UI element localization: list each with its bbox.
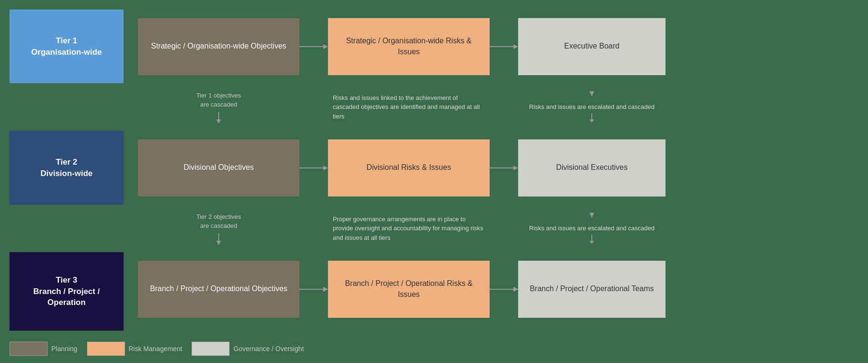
svg-marker-21 — [323, 287, 328, 292]
tier2-risks-box: Divisional Risks & Issues — [328, 139, 490, 196]
tier1-governance-label: Executive Board — [564, 41, 620, 51]
svg-marker-9 — [589, 119, 594, 123]
row-tier2: Divisional Objectives Divisional Risks &… — [138, 131, 858, 205]
tier-column: Tier 1 Organisation-wide Tier 2 Division… — [10, 10, 124, 331]
tier1-label-line2: Organisation-wide — [31, 47, 102, 58]
cascade-23-objectives: Tier 2 objectives are cascaded — [138, 205, 299, 252]
tier3-objectives-box: Branch / Project / Operational Objective… — [138, 261, 299, 318]
risk-swatch — [87, 342, 125, 356]
tier3-box: Tier 3 Branch / Project / Operation — [10, 252, 124, 331]
tier2-governance-label: Divisional Executives — [556, 162, 627, 173]
legend-risk-management: Risk Management — [87, 342, 183, 356]
cascade-12-text-line1: Tier 1 objectives — [196, 91, 241, 100]
tier1-label-line1: Tier 1 — [31, 35, 102, 47]
arrow-risk-gov-2 — [490, 163, 518, 173]
legend-planning: Planning — [10, 342, 77, 356]
tier2-box: Tier 2 Division-wide — [10, 131, 124, 205]
arrow-obj-risk-2 — [299, 163, 328, 173]
main-container: Tier 1 Organisation-wide Tier 2 Division… — [0, 0, 868, 363]
mid-text-23-label: Proper governance arrangements are in pl… — [333, 215, 485, 243]
svg-marker-15 — [216, 241, 221, 245]
svg-marker-19 — [589, 241, 594, 244]
cascade-23-text-line2: are cascaded — [200, 221, 237, 231]
mid-text-23: Proper governance arrangements are in pl… — [328, 205, 490, 252]
tier3-risks-label: Branch / Project / Operational Risks & I… — [335, 278, 482, 300]
mid-text-12: Risks and issues linked to the achieveme… — [328, 83, 490, 131]
svg-marker-13 — [513, 166, 518, 170]
risk-label: Risk Management — [129, 345, 183, 353]
svg-marker-11 — [323, 166, 328, 170]
cascade-23-text-line1: Tier 2 objectives — [196, 212, 241, 222]
svg-marker-23 — [513, 287, 518, 292]
governance-swatch — [192, 342, 230, 356]
arrow-obj-risk-1 — [299, 42, 328, 51]
mid-text-12-label: Risks and issues linked to the achieveme… — [333, 93, 485, 121]
between-rows-1-2: Tier 1 objectives are cascaded Risks and… — [138, 83, 858, 131]
tier3-label-line1: Tier 3 — [33, 275, 100, 286]
arrow-obj-risk-3 — [299, 285, 328, 294]
svg-marker-1 — [323, 44, 328, 49]
tier2-objectives-label: Divisional Objectives — [183, 162, 254, 173]
tier2-governance-box: Divisional Executives — [518, 139, 665, 196]
between-rows-2-3: Tier 2 objectives are cascaded Proper go… — [138, 205, 858, 252]
tier3-label-line3: Operation — [33, 297, 100, 308]
planning-label: Planning — [51, 345, 77, 353]
tier3-governance-box: Branch / Project / Operational Teams — [518, 261, 665, 318]
tier1-risks-box: Strategic / Organisation-wide Risks & Is… — [328, 18, 490, 75]
tier2-risks-label: Divisional Risks & Issues — [366, 162, 451, 173]
arrow-risk-gov-1 — [490, 42, 518, 51]
tier3-label-line2: Branch / Project / — [33, 286, 100, 297]
tier3-risks-box: Branch / Project / Operational Risks & I… — [328, 261, 490, 318]
tier1-objectives-label: Strategic / Organisation-wide Objectives — [151, 41, 287, 51]
tier1-box: Tier 1 Organisation-wide — [10, 10, 124, 83]
arrow-risk-gov-3 — [490, 285, 518, 294]
row-tier1: Strategic / Organisation-wide Objectives… — [138, 10, 858, 83]
tier1-objectives-box: Strategic / Organisation-wide Objectives — [138, 18, 299, 75]
planning-swatch — [10, 342, 48, 356]
cascade-12-text-line2: are cascaded — [200, 100, 237, 109]
legend-governance-oversight: Governance / Oversight — [192, 342, 304, 356]
tier3-governance-label: Branch / Project / Operational Teams — [530, 284, 654, 294]
row-tier3: Branch / Project / Operational Objective… — [138, 252, 858, 326]
legend: Planning Risk Management Governance / Ov… — [10, 342, 304, 356]
tier1-risks-label: Strategic / Organisation-wide Risks & Is… — [335, 36, 482, 57]
svg-marker-5 — [216, 119, 221, 124]
right-text-12: Risks and issues are escalated and casca… — [518, 83, 665, 131]
cascade-12-objectives: Tier 1 objectives are cascaded — [138, 83, 299, 131]
tier3-objectives-label: Branch / Project / Operational Objective… — [150, 284, 287, 294]
svg-marker-3 — [513, 44, 518, 49]
flow-area: Strategic / Organisation-wide Objectives… — [138, 10, 858, 339]
tier1-governance-box: Executive Board — [518, 18, 665, 75]
tier2-objectives-box: Divisional Objectives — [138, 139, 299, 196]
tier2-label-line1: Tier 2 — [40, 157, 93, 168]
right-text-12-label: Risks and issues are escalated and casca… — [529, 102, 655, 112]
governance-label: Governance / Oversight — [233, 345, 304, 353]
tier2-label-line2: Division-wide — [40, 168, 93, 179]
right-text-23-label: Risks and issues are escalated and casca… — [529, 224, 655, 233]
right-text-23: Risks and issues are escalated and casca… — [518, 205, 665, 252]
